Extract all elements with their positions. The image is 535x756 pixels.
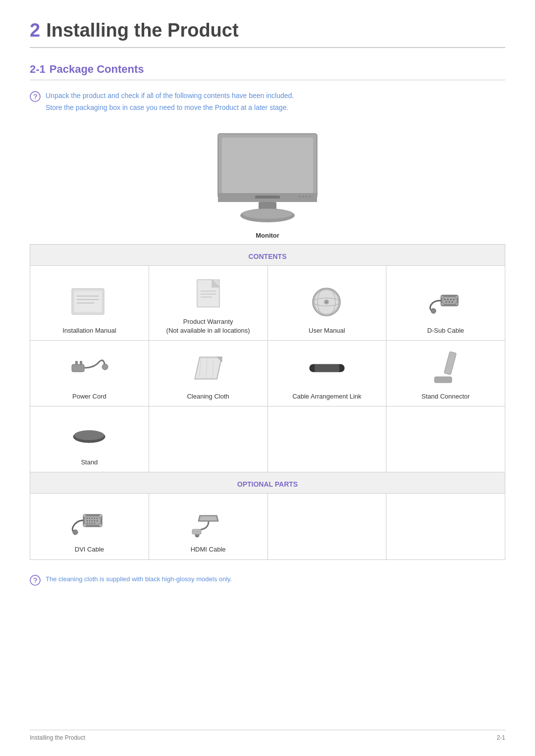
list-item: Installation Manual	[30, 265, 149, 340]
hdmi-cable-image	[153, 502, 264, 541]
page-footer: Installing the Product 2-1	[30, 730, 505, 741]
power-cord-image	[34, 349, 145, 388]
note-line-2: Store the packaging box in case you need…	[46, 102, 294, 114]
optional-header: OPTIONAL PARTS	[30, 472, 505, 494]
svg-point-39	[441, 296, 444, 299]
dvi-cable-icon	[69, 505, 109, 538]
list-item: Stand Connector	[386, 340, 505, 406]
user-manual-label: User Manual	[272, 326, 382, 335]
list-item-empty	[268, 406, 386, 472]
stand-image	[34, 414, 145, 454]
user-manual-image	[272, 283, 382, 322]
list-item-empty	[386, 406, 505, 472]
hdmi-cable-label: HDMI Cable	[153, 545, 264, 554]
power-cord-label: Power Cord	[34, 392, 145, 401]
chapter-number: 2	[30, 20, 40, 41]
section-number: 2-1	[30, 63, 46, 75]
svg-point-73	[89, 523, 90, 524]
svg-point-87	[35, 582, 36, 583]
footer-note-text: The cleaning cloth is supplied with blac…	[46, 574, 232, 585]
installation-manual-icon	[69, 286, 109, 318]
stand-connector-label: Stand Connector	[390, 392, 501, 401]
table-row: OPTIONAL PARTS	[30, 472, 505, 494]
list-item: Stand	[30, 406, 149, 472]
note-block: Unpack the product and check if all of t…	[30, 90, 505, 114]
svg-point-79	[99, 524, 102, 527]
dvi-cable-image	[34, 502, 145, 541]
cable-arrangement-label: Cable Arrangement Link	[272, 392, 382, 401]
svg-point-59	[74, 430, 104, 440]
svg-point-43	[431, 308, 436, 313]
cable-arrangement-icon	[307, 357, 347, 379]
hdmi-cable-icon	[190, 505, 227, 538]
list-item: Product Warranty(Not available in all lo…	[149, 265, 268, 340]
svg-point-62	[87, 518, 88, 519]
table-row: Stand	[30, 406, 505, 472]
section-text: Package Contents	[50, 63, 144, 75]
svg-point-80	[73, 530, 78, 535]
stand-connector-icon	[432, 350, 459, 387]
svg-point-34	[450, 299, 451, 301]
dsub-cable-image	[390, 283, 501, 322]
svg-point-69	[92, 520, 93, 521]
note-icon	[30, 91, 41, 102]
svg-point-12	[243, 209, 292, 219]
cleaning-cloth-icon	[190, 352, 227, 384]
footer-note: The cleaning cloth is supplied with blac…	[30, 574, 505, 586]
dsub-cable-icon	[426, 286, 466, 318]
svg-rect-57	[434, 377, 452, 383]
svg-point-6	[299, 196, 301, 198]
svg-point-77	[99, 514, 102, 517]
stand-label: Stand	[34, 458, 145, 467]
product-warranty-icon	[195, 277, 222, 309]
section-title: 2-1Package Contents	[30, 63, 505, 80]
svg-point-0	[30, 92, 40, 101]
monitor-illustration	[198, 129, 337, 228]
svg-point-47	[102, 364, 108, 370]
contents-table: CONTENTS Installation Manual	[30, 244, 505, 560]
note-text: Unpack the product and check if all of t…	[46, 90, 294, 114]
power-cord-icon	[69, 352, 109, 384]
monitor-label: Monitor	[256, 232, 279, 239]
footer-right-text: 2-1	[497, 734, 505, 741]
monitor-area: Monitor	[30, 129, 505, 239]
svg-rect-45	[75, 361, 78, 365]
cable-arrangement-image	[272, 349, 382, 388]
svg-point-76	[83, 514, 86, 517]
installation-manual-label: Installation Manual	[34, 326, 145, 335]
svg-point-70	[94, 520, 95, 521]
svg-rect-3	[222, 138, 313, 193]
svg-point-7	[302, 196, 304, 198]
svg-point-65	[94, 518, 95, 519]
footer-left-text: Installing the Product	[30, 734, 85, 741]
cleaning-cloth-label: Cleaning Cloth	[153, 392, 264, 401]
product-warranty-label: Product Warranty(Not available in all lo…	[153, 317, 264, 335]
list-item-empty	[268, 494, 386, 559]
svg-rect-46	[80, 361, 82, 365]
svg-point-67	[87, 520, 88, 521]
svg-rect-44	[72, 364, 84, 372]
table-row: Installation Manual Product Warranty(Not…	[30, 265, 505, 340]
note-line-1: Unpack the product and check if all of t…	[46, 90, 294, 102]
table-row: Power Cord Cleaning C	[30, 340, 505, 406]
svg-point-41	[441, 302, 444, 305]
dsub-cable-label: D-Sub Cable	[390, 326, 501, 335]
svg-point-42	[455, 302, 458, 305]
list-item: Power Cord	[30, 340, 149, 406]
svg-point-8	[306, 196, 308, 198]
svg-point-68	[89, 520, 90, 521]
list-item-empty	[386, 494, 505, 559]
installation-manual-image	[34, 283, 145, 322]
list-item: DVI Cable	[30, 494, 149, 559]
table-row: DVI Cable HDMI Cable	[30, 494, 505, 559]
svg-point-71	[97, 520, 98, 521]
svg-point-86	[30, 575, 40, 585]
dvi-cable-label: DVI Cable	[34, 545, 145, 554]
chapter-title: 2Installing the Product	[30, 20, 505, 48]
svg-point-63	[89, 518, 90, 519]
contents-header: CONTENTS	[30, 244, 505, 265]
svg-rect-14	[74, 291, 102, 312]
user-manual-icon	[311, 286, 343, 318]
svg-point-64	[92, 518, 93, 519]
list-item: Cable Arrangement Link	[268, 340, 386, 406]
